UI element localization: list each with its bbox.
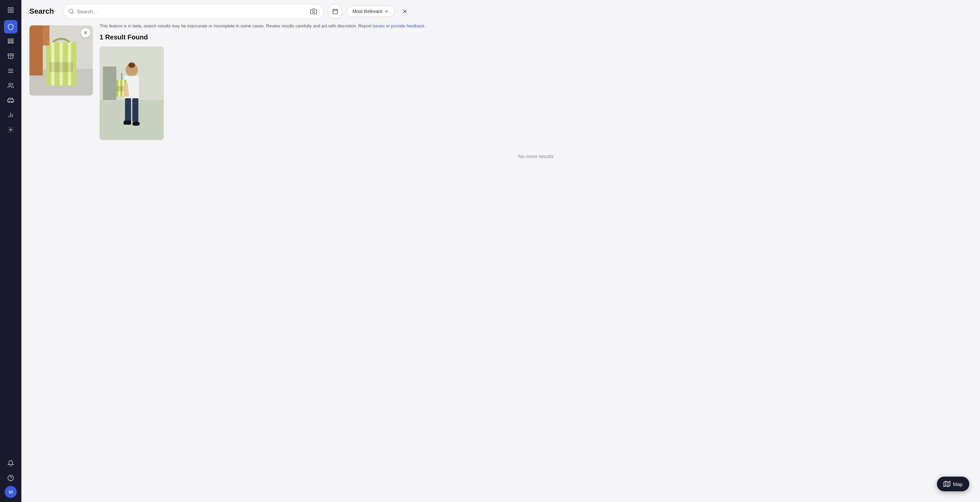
- search-icon: [68, 8, 74, 14]
- svg-rect-6: [8, 42, 10, 43]
- sidebar-item-people[interactable]: [4, 79, 18, 92]
- svg-rect-39: [29, 25, 43, 76]
- beta-notice: This feature is in beta, search results …: [100, 23, 972, 29]
- results-grid: 10/28/24, 3:16 PM: [100, 46, 972, 140]
- svg-rect-1: [11, 8, 13, 10]
- svg-point-19: [10, 129, 12, 131]
- no-more-results-label: No more results: [100, 153, 972, 159]
- svg-rect-13: [8, 100, 14, 102]
- map-icon: [943, 481, 950, 487]
- svg-line-23: [73, 13, 73, 13]
- svg-rect-2: [8, 11, 10, 13]
- feedback-link[interactable]: issues or provide feedback: [372, 24, 424, 29]
- map-button[interactable]: Map: [937, 477, 969, 491]
- search-bar: [63, 4, 324, 19]
- sidebar-item-vehicles[interactable]: [4, 94, 18, 107]
- chevron-down-icon: [384, 9, 389, 14]
- svg-rect-7: [11, 42, 13, 43]
- result-image-svg: [100, 46, 164, 140]
- sort-label: Most Relevant: [352, 9, 382, 14]
- result-card[interactable]: 10/28/24, 3:16 PM: [100, 46, 164, 140]
- sidebar-item-dashboard[interactable]: [4, 35, 18, 48]
- svg-point-46: [128, 62, 135, 68]
- sort-dropdown[interactable]: Most Relevant: [347, 6, 395, 17]
- sidebar-item-analytics[interactable]: [4, 108, 18, 122]
- svg-point-22: [69, 9, 73, 13]
- sidebar-item-archive[interactable]: [4, 49, 18, 63]
- calendar-filter-button[interactable]: [328, 4, 343, 19]
- svg-rect-3: [11, 11, 13, 13]
- svg-rect-48: [125, 98, 131, 122]
- close-button[interactable]: [399, 5, 411, 17]
- main-content: Search Most Relevant: [21, 0, 980, 502]
- close-query-image-button[interactable]: ✕: [81, 28, 90, 37]
- results-area: This feature is in beta, search results …: [100, 23, 972, 494]
- map-button-label: Map: [953, 481, 963, 487]
- sidebar-item-security[interactable]: [4, 20, 18, 33]
- svg-rect-44: [103, 67, 116, 100]
- svg-rect-51: [132, 122, 140, 126]
- svg-rect-50: [124, 121, 131, 125]
- svg-point-12: [9, 83, 11, 86]
- svg-rect-4: [8, 39, 10, 41]
- sidebar-item-help[interactable]: [4, 471, 18, 485]
- svg-rect-40: [43, 25, 49, 46]
- sidebar-item-settings[interactable]: [4, 123, 18, 137]
- topbar: Search Most Relevant: [21, 0, 980, 23]
- content-area: ✕ This feature is in beta, search result…: [21, 23, 980, 502]
- camera-search-button[interactable]: [308, 6, 319, 17]
- sidebar-item-notifications[interactable]: [4, 456, 18, 470]
- svg-point-24: [312, 11, 315, 13]
- query-image-container: ✕: [29, 25, 93, 95]
- svg-rect-0: [8, 8, 10, 10]
- avatar[interactable]: VI: [5, 486, 17, 498]
- sidebar-bottom: VI: [4, 456, 18, 498]
- svg-marker-59: [944, 481, 950, 487]
- sidebar: VI: [0, 0, 21, 502]
- svg-rect-5: [11, 39, 13, 41]
- result-image: [100, 46, 164, 140]
- svg-rect-8: [8, 54, 14, 55]
- page-title: Search: [29, 7, 54, 16]
- svg-rect-43: [100, 100, 164, 140]
- sidebar-item-list[interactable]: [4, 64, 18, 78]
- svg-rect-25: [333, 10, 338, 14]
- sidebar-item-apps[interactable]: [5, 4, 17, 16]
- results-count: 1 Result Found: [100, 33, 972, 41]
- svg-rect-49: [132, 98, 138, 122]
- search-input[interactable]: [77, 9, 305, 14]
- query-panel: ✕: [29, 23, 93, 494]
- svg-rect-38: [49, 62, 73, 72]
